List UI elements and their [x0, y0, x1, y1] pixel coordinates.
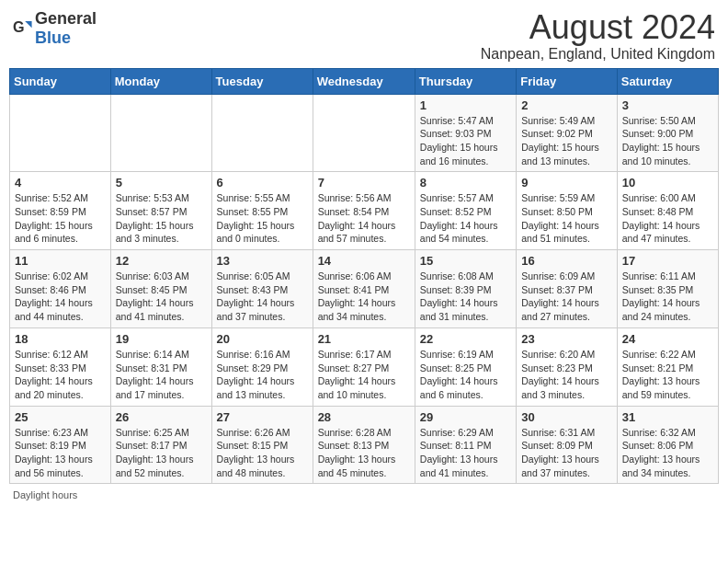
- day-number: 29: [420, 410, 511, 424]
- day-info: Sunrise: 6:17 AM Sunset: 8:27 PM Dayligh…: [318, 348, 410, 402]
- day-info: Sunrise: 5:52 AM Sunset: 8:59 PM Dayligh…: [15, 191, 106, 246]
- day-info: Sunrise: 5:56 AM Sunset: 8:54 PM Dayligh…: [318, 191, 410, 246]
- day-number: 3: [622, 98, 713, 112]
- calendar-cell: 20Sunrise: 6:16 AM Sunset: 8:29 PM Dayli…: [211, 327, 313, 406]
- day-info: Sunrise: 6:23 AM Sunset: 8:19 PM Dayligh…: [15, 426, 106, 480]
- calendar-cell: 19Sunrise: 6:14 AM Sunset: 8:31 PM Dayli…: [110, 327, 211, 406]
- calendar-cell: 1Sunrise: 5:47 AM Sunset: 9:03 PM Daylig…: [415, 94, 516, 172]
- calendar-cell: 5Sunrise: 5:53 AM Sunset: 8:57 PM Daylig…: [110, 172, 211, 250]
- day-number: 11: [15, 254, 106, 268]
- calendar-week-row: 18Sunrise: 6:12 AM Sunset: 8:33 PM Dayli…: [10, 327, 719, 406]
- day-info: Sunrise: 5:50 AM Sunset: 9:00 PM Dayligh…: [622, 114, 713, 168]
- day-info: Sunrise: 6:22 AM Sunset: 8:21 PM Dayligh…: [622, 348, 713, 402]
- calendar-cell: 14Sunrise: 6:06 AM Sunset: 8:41 PM Dayli…: [313, 250, 415, 328]
- calendar-week-row: 4Sunrise: 5:52 AM Sunset: 8:59 PM Daylig…: [10, 172, 719, 250]
- day-of-week-header: Friday: [517, 68, 618, 94]
- month-title: August 2024: [481, 9, 715, 46]
- title-block: August 2024 Nanpean, England, United Kin…: [481, 9, 715, 63]
- svg-marker-1: [25, 21, 31, 28]
- day-info: Sunrise: 6:29 AM Sunset: 8:11 PM Dayligh…: [420, 426, 511, 480]
- calendar-cell: 28Sunrise: 6:28 AM Sunset: 8:13 PM Dayli…: [313, 406, 415, 484]
- calendar-cell: 21Sunrise: 6:17 AM Sunset: 8:27 PM Dayli…: [313, 327, 415, 406]
- calendar-cell: 16Sunrise: 6:09 AM Sunset: 8:37 PM Dayli…: [517, 250, 618, 328]
- day-info: Sunrise: 6:26 AM Sunset: 8:15 PM Dayligh…: [217, 426, 308, 480]
- day-info: Sunrise: 5:59 AM Sunset: 8:50 PM Dayligh…: [521, 191, 612, 246]
- calendar-cell: 12Sunrise: 6:03 AM Sunset: 8:45 PM Dayli…: [110, 250, 211, 328]
- day-info: Sunrise: 6:31 AM Sunset: 8:09 PM Dayligh…: [521, 426, 612, 480]
- day-of-week-header: Monday: [110, 68, 211, 94]
- day-info: Sunrise: 6:06 AM Sunset: 8:41 PM Dayligh…: [318, 270, 410, 324]
- day-info: Sunrise: 6:16 AM Sunset: 8:29 PM Dayligh…: [217, 348, 308, 402]
- calendar-cell: 29Sunrise: 6:29 AM Sunset: 8:11 PM Dayli…: [415, 406, 516, 484]
- day-number: 24: [622, 332, 713, 346]
- day-number: 6: [217, 176, 308, 190]
- day-of-week-header: Wednesday: [313, 68, 415, 94]
- calendar-week-row: 11Sunrise: 6:02 AM Sunset: 8:46 PM Dayli…: [10, 250, 719, 328]
- day-number: 20: [217, 332, 308, 346]
- day-number: 22: [420, 332, 511, 346]
- calendar-cell: 25Sunrise: 6:23 AM Sunset: 8:19 PM Dayli…: [10, 406, 111, 484]
- calendar-cell: 7Sunrise: 5:56 AM Sunset: 8:54 PM Daylig…: [313, 172, 415, 250]
- day-number: 15: [420, 254, 511, 268]
- day-number: 31: [622, 410, 713, 424]
- calendar-cell: 26Sunrise: 6:25 AM Sunset: 8:17 PM Dayli…: [110, 406, 211, 484]
- day-info: Sunrise: 6:08 AM Sunset: 8:39 PM Dayligh…: [420, 270, 511, 324]
- day-number: 25: [15, 410, 106, 424]
- day-number: 13: [217, 254, 308, 268]
- day-info: Sunrise: 6:28 AM Sunset: 8:13 PM Dayligh…: [318, 426, 410, 480]
- daylight-label: Daylight hours: [13, 489, 77, 500]
- calendar-cell: 10Sunrise: 6:00 AM Sunset: 8:48 PM Dayli…: [617, 172, 718, 250]
- logo-blue: Blue: [35, 29, 71, 47]
- day-info: Sunrise: 6:12 AM Sunset: 8:33 PM Dayligh…: [15, 348, 106, 402]
- day-info: Sunrise: 6:20 AM Sunset: 8:23 PM Dayligh…: [521, 348, 612, 402]
- day-number: 18: [15, 332, 106, 346]
- day-info: Sunrise: 6:00 AM Sunset: 8:48 PM Dayligh…: [622, 191, 713, 246]
- calendar-week-row: 25Sunrise: 6:23 AM Sunset: 8:19 PM Dayli…: [10, 406, 719, 484]
- day-info: Sunrise: 6:02 AM Sunset: 8:46 PM Dayligh…: [15, 270, 106, 324]
- day-number: 28: [318, 410, 410, 424]
- calendar-cell: [10, 94, 111, 172]
- day-info: Sunrise: 6:14 AM Sunset: 8:31 PM Dayligh…: [116, 348, 207, 402]
- day-info: Sunrise: 5:53 AM Sunset: 8:57 PM Dayligh…: [116, 191, 207, 246]
- calendar-cell: 3Sunrise: 5:50 AM Sunset: 9:00 PM Daylig…: [617, 94, 718, 172]
- logo-icon: G: [13, 18, 33, 39]
- day-number: 27: [217, 410, 308, 424]
- day-number: 8: [420, 176, 511, 190]
- day-number: 7: [318, 176, 410, 190]
- calendar-cell: [211, 94, 313, 172]
- day-number: 26: [116, 410, 207, 424]
- day-info: Sunrise: 5:55 AM Sunset: 8:55 PM Dayligh…: [217, 191, 308, 246]
- calendar-cell: 6Sunrise: 5:55 AM Sunset: 8:55 PM Daylig…: [211, 172, 313, 250]
- day-info: Sunrise: 6:09 AM Sunset: 8:37 PM Dayligh…: [521, 270, 612, 324]
- calendar-cell: 31Sunrise: 6:32 AM Sunset: 8:06 PM Dayli…: [617, 406, 718, 484]
- calendar-cell: 2Sunrise: 5:49 AM Sunset: 9:02 PM Daylig…: [517, 94, 618, 172]
- day-number: 21: [318, 332, 410, 346]
- day-of-week-header: Tuesday: [211, 68, 313, 94]
- calendar-cell: 23Sunrise: 6:20 AM Sunset: 8:23 PM Dayli…: [517, 327, 618, 406]
- calendar-cell: 22Sunrise: 6:19 AM Sunset: 8:25 PM Dayli…: [415, 327, 516, 406]
- day-of-week-header: Thursday: [415, 68, 516, 94]
- calendar-header: SundayMondayTuesdayWednesdayThursdayFrid…: [10, 68, 719, 94]
- header-row: SundayMondayTuesdayWednesdayThursdayFrid…: [10, 68, 719, 94]
- day-info: Sunrise: 6:19 AM Sunset: 8:25 PM Dayligh…: [420, 348, 511, 402]
- svg-text:G: G: [13, 18, 25, 35]
- calendar-cell: 15Sunrise: 6:08 AM Sunset: 8:39 PM Dayli…: [415, 250, 516, 328]
- day-number: 9: [521, 176, 612, 190]
- day-of-week-header: Saturday: [617, 68, 718, 94]
- day-info: Sunrise: 6:05 AM Sunset: 8:43 PM Dayligh…: [217, 270, 308, 324]
- day-info: Sunrise: 6:03 AM Sunset: 8:45 PM Dayligh…: [116, 270, 207, 324]
- calendar-cell: 4Sunrise: 5:52 AM Sunset: 8:59 PM Daylig…: [10, 172, 111, 250]
- day-info: Sunrise: 5:57 AM Sunset: 8:52 PM Dayligh…: [420, 191, 511, 246]
- day-number: 4: [15, 176, 106, 190]
- day-number: 14: [318, 254, 410, 268]
- day-info: Sunrise: 5:47 AM Sunset: 9:03 PM Dayligh…: [420, 114, 511, 168]
- day-info: Sunrise: 6:25 AM Sunset: 8:17 PM Dayligh…: [116, 426, 207, 480]
- day-number: 23: [521, 332, 612, 346]
- calendar-week-row: 1Sunrise: 5:47 AM Sunset: 9:03 PM Daylig…: [10, 94, 719, 172]
- calendar-cell: 17Sunrise: 6:11 AM Sunset: 8:35 PM Dayli…: [617, 250, 718, 328]
- day-number: 16: [521, 254, 612, 268]
- day-of-week-header: Sunday: [10, 68, 111, 94]
- calendar-cell: 27Sunrise: 6:26 AM Sunset: 8:15 PM Dayli…: [211, 406, 313, 484]
- day-number: 30: [521, 410, 612, 424]
- calendar-cell: [110, 94, 211, 172]
